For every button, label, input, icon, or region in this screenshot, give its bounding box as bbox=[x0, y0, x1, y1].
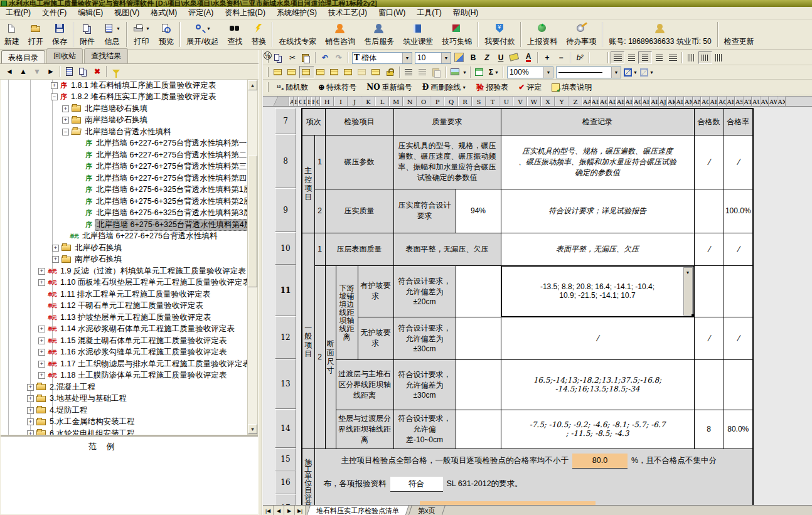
column-header-J[interactable]: J bbox=[348, 97, 361, 106]
table-cell[interactable]: / bbox=[694, 135, 724, 189]
fill-color-button[interactable] bbox=[508, 51, 521, 64]
tree-item[interactable]: 序北岸挡墙 6+275-6+325台背透水性填料第3层 bbox=[1, 208, 247, 220]
row-header-8[interactable]: 8 bbox=[275, 134, 296, 188]
todo-button[interactable]: 待办事项 bbox=[562, 19, 601, 50]
column-header-AO[interactable]: AO bbox=[701, 97, 710, 106]
tree-item[interactable]: +单元1.18 土工膜防渗体单元工程施工质量验收评定表 bbox=[1, 370, 247, 382]
format-painter-button[interactable] bbox=[430, 66, 444, 78]
table-cell[interactable]: 94% bbox=[456, 189, 501, 233]
expand-icon[interactable]: + bbox=[27, 395, 34, 402]
column-header-F[interactable]: F bbox=[311, 97, 316, 106]
tree-item[interactable]: +2.混凝土工程 bbox=[1, 381, 247, 393]
menu-item[interactable]: 帮助(H) bbox=[447, 6, 484, 19]
font-color-button[interactable]: A bbox=[521, 51, 535, 64]
scroll-down-button[interactable]: ▼ bbox=[248, 424, 257, 434]
table-cell[interactable]: 无护坡要求 bbox=[358, 317, 393, 359]
account-button[interactable]: 账号: 18689636633 筑业币: 50 bbox=[604, 19, 715, 50]
upload-button[interactable]: 上报资料 bbox=[523, 19, 562, 50]
column-header-N[interactable]: N bbox=[403, 97, 417, 106]
column-header-P[interactable]: P bbox=[430, 97, 444, 106]
nav-right-button[interactable]: ► bbox=[44, 65, 58, 78]
column-header-AW[interactable]: AW bbox=[769, 97, 777, 106]
tree-item[interactable]: +单元1.10 面板堆石坝垫层工程单元工程施工质量验收评定表 bbox=[1, 277, 247, 289]
tree-item[interactable]: +南岸砂石换填 bbox=[1, 254, 247, 266]
table-cell[interactable]: 符合设计要求；详见试验报告 bbox=[501, 189, 694, 233]
open-button[interactable]: 打开 bbox=[24, 19, 48, 50]
tree-item[interactable]: +序1.8.1 堆石料铺填工序施工质量验收评定表 bbox=[1, 80, 247, 92]
filter-button[interactable] bbox=[109, 65, 123, 78]
tree-item[interactable]: +4.堤防工程 bbox=[1, 405, 247, 417]
menu-item[interactable]: 窗口(W) bbox=[373, 6, 411, 19]
paste-button[interactable] bbox=[299, 51, 313, 64]
table-cell[interactable] bbox=[456, 317, 501, 359]
table-cell[interactable]: 压实机具的型号、规格，碾压遍数、碾压速度、碾压振动频率、振幅和加水量应符合碾压试… bbox=[393, 135, 501, 189]
paragraph-spacing-button[interactable] bbox=[416, 66, 430, 78]
menu-item[interactable]: 文件(F) bbox=[36, 6, 72, 19]
font-family-select[interactable]: T 楷体 ▼ bbox=[352, 52, 412, 64]
menu-item[interactable]: 评定(A) bbox=[183, 6, 219, 19]
table-cell[interactable]: 符合设计要求，允许偏差为±30cm bbox=[393, 359, 456, 410]
align-center-button[interactable] bbox=[638, 51, 652, 64]
tree-item[interactable]: +北岸砂石换填 bbox=[1, 242, 247, 254]
tree-item[interactable]: 单元1.12 干砌石单元工程施工质量验收评定表 bbox=[1, 300, 247, 312]
column-header-L[interactable]: L bbox=[375, 97, 389, 106]
table-cell[interactable] bbox=[456, 359, 501, 410]
replace-button[interactable]: 替换 bbox=[247, 19, 270, 50]
cut-button[interactable]: ✂ bbox=[286, 51, 299, 64]
table-cell[interactable]: / bbox=[724, 317, 753, 359]
table-cell[interactable]: 100.0% bbox=[724, 189, 753, 233]
redo-button[interactable]: ↷ bbox=[332, 51, 346, 64]
row-header-9[interactable]: 9 bbox=[275, 188, 296, 232]
column-header-AF[interactable]: AF bbox=[625, 97, 634, 106]
tree-item[interactable]: 序北岸挡墙 6+227-6+275台背透水性填料第一层 bbox=[1, 138, 247, 150]
sales-button[interactable]: 销售咨询 bbox=[321, 19, 360, 50]
column-header-I[interactable]: I bbox=[334, 97, 348, 106]
insert-image-button[interactable]: ▼ bbox=[449, 66, 468, 78]
tree-item[interactable]: 单元北岸挡墙 6+227-6+275台背透水性填料 bbox=[1, 231, 247, 243]
table-cell[interactable]: 1 bbox=[314, 233, 325, 265]
renumber-button[interactable]: NO重新编号 bbox=[366, 82, 412, 93]
expand-icon[interactable]: + bbox=[27, 384, 34, 391]
table-cell[interactable]: 碾压参数 bbox=[325, 135, 393, 189]
superscript-button[interactable]: b² bbox=[573, 51, 587, 64]
expand-icon[interactable]: + bbox=[38, 268, 45, 275]
row-header-15[interactable]: 15 bbox=[275, 448, 296, 470]
bold-button[interactable]: B bbox=[466, 51, 480, 64]
column-header-M[interactable]: M bbox=[389, 97, 403, 106]
tab-表格目录[interactable]: 表格目录 bbox=[1, 50, 45, 63]
column-header-AR[interactable]: AR bbox=[727, 97, 735, 106]
row-header-14[interactable]: 14 bbox=[275, 409, 296, 448]
column-header-S[interactable]: S bbox=[472, 97, 486, 106]
row-header-7[interactable]: 7 bbox=[275, 108, 296, 134]
column-header-Y[interactable]: Y bbox=[555, 97, 569, 106]
table-cell[interactable]: / bbox=[694, 233, 724, 265]
tree-item[interactable]: −序1.8.2 堆石料压实工序施工质量验收评定表 bbox=[1, 92, 247, 104]
tree-item[interactable]: +单元1.17 土工织物滤层与排水单元工程施工质量验收评定表 bbox=[1, 358, 247, 370]
expand-icon[interactable]: + bbox=[27, 407, 34, 414]
nav-up-button[interactable]: ▲ bbox=[16, 65, 30, 78]
cell-dropdown-button[interactable]: ▼ bbox=[683, 267, 693, 316]
row-header-16[interactable]: 16 bbox=[275, 470, 296, 494]
tree-item[interactable]: +6.水轮发电机组安装工程 bbox=[1, 428, 247, 435]
italic-button[interactable]: Z bbox=[480, 51, 494, 64]
menu-item[interactable]: 格式(M) bbox=[145, 6, 183, 19]
tree-item[interactable]: +5.水工金属结构安装工程 bbox=[1, 417, 247, 428]
random-number-button[interactable]: ¹²₃随机数 bbox=[277, 82, 308, 93]
line-style-select[interactable]: ▼ bbox=[556, 66, 621, 78]
expand-icon[interactable]: + bbox=[38, 372, 45, 379]
tree-item[interactable]: 单元1.13 护坡垫层单元工程施工质量验收评定表 bbox=[1, 312, 247, 324]
column-header-AG[interactable]: AG bbox=[633, 97, 642, 106]
scroll-up-button[interactable]: ▲ bbox=[248, 80, 257, 90]
column-header-AU[interactable]: AU bbox=[752, 97, 761, 106]
table-cell[interactable]: 垫层与过渡层分界线距坝轴线距离 bbox=[336, 410, 393, 449]
column-header-AV[interactable]: AV bbox=[761, 97, 769, 106]
line-spacing-button[interactable] bbox=[402, 66, 416, 78]
expand-icon[interactable]: + bbox=[62, 105, 69, 112]
menu-item[interactable]: 资料上报(D) bbox=[219, 6, 271, 19]
row-header-11[interactable]: 11 bbox=[275, 265, 296, 316]
table-cell[interactable]: 合格数 bbox=[694, 109, 724, 135]
value-box[interactable]: 80.0 bbox=[572, 454, 628, 469]
tree-scrollbar[interactable]: ▲ ▼ bbox=[247, 80, 258, 435]
column-header-AX[interactable]: AX bbox=[777, 97, 786, 106]
column-header-AT[interactable]: AT bbox=[744, 97, 752, 106]
